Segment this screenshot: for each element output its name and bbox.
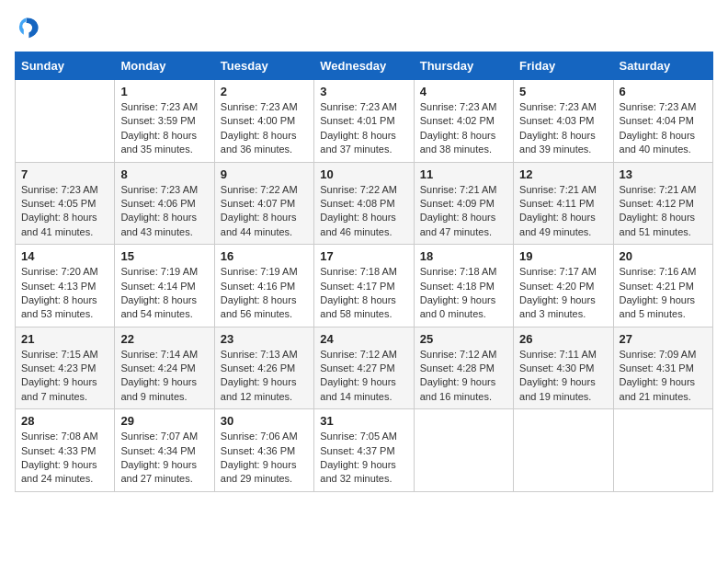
day-info: Sunrise: 7:21 AMSunset: 4:09 PMDaylight:…: [420, 183, 507, 240]
day-info: Sunrise: 7:16 AMSunset: 4:21 PMDaylight:…: [620, 265, 707, 322]
day-info: Sunrise: 7:23 AMSunset: 4:03 PMDaylight:…: [519, 100, 607, 157]
calendar-cell: 23Sunrise: 7:13 AMSunset: 4:26 PMDayligh…: [214, 327, 313, 409]
day-info: Sunrise: 7:15 AMSunset: 4:23 PMDaylight:…: [21, 348, 108, 405]
day-info: Sunrise: 7:23 AMSunset: 3:59 PMDaylight:…: [120, 100, 208, 157]
calendar-cell: 24Sunrise: 7:12 AMSunset: 4:27 PMDayligh…: [314, 327, 414, 409]
calendar-cell: 6Sunrise: 7:23 AMSunset: 4:04 PMDaylight…: [613, 80, 712, 163]
calendar-cell: 16Sunrise: 7:19 AMSunset: 4:16 PMDayligh…: [214, 245, 313, 327]
calendar-cell: 20Sunrise: 7:16 AMSunset: 4:21 PMDayligh…: [613, 245, 712, 327]
day-header-wednesday: Wednesday: [314, 52, 414, 80]
day-info: Sunrise: 7:23 AMSunset: 4:01 PMDaylight:…: [320, 100, 407, 157]
day-number: 15: [120, 249, 208, 263]
calendar-cell: 3Sunrise: 7:23 AMSunset: 4:01 PMDaylight…: [314, 80, 414, 163]
day-number: 27: [620, 332, 707, 346]
day-info: Sunrise: 7:14 AMSunset: 4:24 PMDaylight:…: [120, 348, 208, 405]
day-info: Sunrise: 7:22 AMSunset: 4:08 PMDaylight:…: [320, 183, 407, 240]
day-number: 8: [120, 167, 208, 181]
calendar-cell: 12Sunrise: 7:21 AMSunset: 4:11 PMDayligh…: [514, 162, 613, 245]
day-number: 29: [120, 414, 208, 428]
day-number: 13: [620, 167, 707, 181]
calendar-cell: [613, 409, 712, 492]
day-header-tuesday: Tuesday: [214, 52, 313, 80]
day-header-monday: Monday: [115, 52, 214, 80]
calendar-table: SundayMondayTuesdayWednesdayThursdayFrid…: [15, 52, 713, 492]
day-number: 5: [519, 85, 607, 98]
calendar-week-5: 28Sunrise: 7:08 AMSunset: 4:33 PMDayligh…: [16, 409, 713, 492]
day-number: 12: [519, 167, 607, 181]
calendar-cell: 8Sunrise: 7:23 AMSunset: 4:06 PMDaylight…: [115, 162, 214, 245]
day-info: Sunrise: 7:12 AMSunset: 4:27 PMDaylight:…: [320, 348, 407, 405]
day-number: 9: [221, 167, 308, 181]
calendar-cell: 9Sunrise: 7:22 AMSunset: 4:07 PMDaylight…: [214, 162, 313, 245]
calendar-cell: 28Sunrise: 7:08 AMSunset: 4:33 PMDayligh…: [16, 409, 115, 492]
calendar-cell: 30Sunrise: 7:06 AMSunset: 4:36 PMDayligh…: [214, 409, 313, 492]
day-number: 7: [21, 167, 108, 181]
day-info: Sunrise: 7:11 AMSunset: 4:30 PMDaylight:…: [519, 348, 607, 405]
day-number: 2: [221, 85, 308, 98]
day-number: 20: [620, 249, 707, 263]
day-header-sunday: Sunday: [16, 52, 115, 80]
calendar-cell: 17Sunrise: 7:18 AMSunset: 4:17 PMDayligh…: [314, 245, 414, 327]
day-number: 28: [21, 414, 108, 428]
calendar-cell: 10Sunrise: 7:22 AMSunset: 4:08 PMDayligh…: [314, 162, 414, 245]
day-number: 14: [21, 249, 108, 263]
day-info: Sunrise: 7:23 AMSunset: 4:05 PMDaylight:…: [21, 183, 108, 240]
calendar-cell: 2Sunrise: 7:23 AMSunset: 4:00 PMDaylight…: [214, 80, 313, 163]
day-info: Sunrise: 7:05 AMSunset: 4:37 PMDaylight:…: [320, 430, 407, 487]
calendar-cell: 5Sunrise: 7:23 AMSunset: 4:03 PMDaylight…: [514, 80, 613, 163]
day-number: 4: [420, 85, 507, 98]
calendar-cell: 22Sunrise: 7:14 AMSunset: 4:24 PMDayligh…: [115, 327, 214, 409]
calendar-cell: 26Sunrise: 7:11 AMSunset: 4:30 PMDayligh…: [514, 327, 613, 409]
day-number: 11: [420, 167, 507, 181]
calendar-cell: 29Sunrise: 7:07 AMSunset: 4:34 PMDayligh…: [115, 409, 214, 492]
day-number: 18: [420, 249, 507, 263]
day-number: 17: [320, 249, 407, 263]
calendar-cell: 1Sunrise: 7:23 AMSunset: 3:59 PMDaylight…: [115, 80, 214, 163]
calendar-header-row: SundayMondayTuesdayWednesdayThursdayFrid…: [16, 52, 713, 80]
day-number: 19: [519, 249, 607, 263]
day-info: Sunrise: 7:13 AMSunset: 4:26 PMDaylight:…: [221, 348, 308, 405]
day-info: Sunrise: 7:20 AMSunset: 4:13 PMDaylight:…: [21, 265, 108, 322]
day-number: 3: [320, 85, 407, 98]
calendar-cell: 4Sunrise: 7:23 AMSunset: 4:02 PMDaylight…: [414, 80, 513, 163]
day-info: Sunrise: 7:23 AMSunset: 4:00 PMDaylight:…: [221, 100, 308, 157]
day-number: 16: [221, 249, 308, 263]
header: [15, 15, 713, 40]
calendar-week-1: 1Sunrise: 7:23 AMSunset: 3:59 PMDaylight…: [16, 80, 713, 163]
day-info: Sunrise: 7:23 AMSunset: 4:06 PMDaylight:…: [120, 183, 208, 240]
day-info: Sunrise: 7:19 AMSunset: 4:14 PMDaylight:…: [120, 265, 208, 322]
day-number: 6: [620, 85, 707, 98]
calendar-cell: [16, 80, 115, 163]
day-info: Sunrise: 7:08 AMSunset: 4:33 PMDaylight:…: [21, 430, 108, 487]
day-header-saturday: Saturday: [613, 52, 712, 80]
day-number: 21: [21, 332, 108, 346]
day-info: Sunrise: 7:18 AMSunset: 4:17 PMDaylight:…: [320, 265, 407, 322]
calendar-cell: 25Sunrise: 7:12 AMSunset: 4:28 PMDayligh…: [414, 327, 513, 409]
page-container: SundayMondayTuesdayWednesdayThursdayFrid…: [15, 15, 713, 492]
day-info: Sunrise: 7:18 AMSunset: 4:18 PMDaylight:…: [420, 265, 507, 322]
day-number: 30: [221, 414, 308, 428]
day-number: 23: [221, 332, 308, 346]
day-info: Sunrise: 7:22 AMSunset: 4:07 PMDaylight:…: [221, 183, 308, 240]
day-header-thursday: Thursday: [414, 52, 513, 80]
day-number: 1: [120, 85, 208, 98]
day-info: Sunrise: 7:23 AMSunset: 4:04 PMDaylight:…: [620, 100, 707, 157]
day-info: Sunrise: 7:17 AMSunset: 4:20 PMDaylight:…: [519, 265, 607, 322]
calendar-cell: 18Sunrise: 7:18 AMSunset: 4:18 PMDayligh…: [414, 245, 513, 327]
calendar-cell: 27Sunrise: 7:09 AMSunset: 4:31 PMDayligh…: [613, 327, 712, 409]
calendar-cell: 21Sunrise: 7:15 AMSunset: 4:23 PMDayligh…: [16, 327, 115, 409]
day-info: Sunrise: 7:21 AMSunset: 4:11 PMDaylight:…: [519, 183, 607, 240]
calendar-cell: 19Sunrise: 7:17 AMSunset: 4:20 PMDayligh…: [514, 245, 613, 327]
day-info: Sunrise: 7:09 AMSunset: 4:31 PMDaylight:…: [620, 348, 707, 405]
calendar-cell: 31Sunrise: 7:05 AMSunset: 4:37 PMDayligh…: [314, 409, 414, 492]
calendar-cell: 14Sunrise: 7:20 AMSunset: 4:13 PMDayligh…: [16, 245, 115, 327]
calendar-week-4: 21Sunrise: 7:15 AMSunset: 4:23 PMDayligh…: [16, 327, 713, 409]
logo-icon: [15, 15, 40, 40]
day-header-friday: Friday: [514, 52, 613, 80]
day-info: Sunrise: 7:12 AMSunset: 4:28 PMDaylight:…: [420, 348, 507, 405]
day-info: Sunrise: 7:21 AMSunset: 4:12 PMDaylight:…: [620, 183, 707, 240]
day-number: 25: [420, 332, 507, 346]
day-info: Sunrise: 7:06 AMSunset: 4:36 PMDaylight:…: [221, 430, 308, 487]
day-number: 31: [320, 414, 407, 428]
calendar-cell: 15Sunrise: 7:19 AMSunset: 4:14 PMDayligh…: [115, 245, 214, 327]
